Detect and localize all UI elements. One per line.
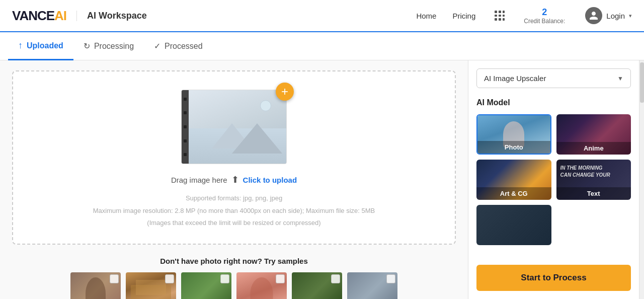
right-panel: AI Image Upscaler ▼ AI Model Photo Anime…	[468, 60, 639, 299]
upload-arrow-icon: ↑	[18, 40, 23, 51]
sample-checkbox-6[interactable]	[386, 274, 395, 283]
sample-item-6[interactable]	[347, 272, 397, 299]
drag-text: Drag image here	[171, 176, 227, 184]
main-content: + Drag image here ⬆ Click to upload Supp…	[0, 60, 644, 299]
check-circle-icon: ✓	[154, 41, 160, 51]
model-card-face[interactable]	[476, 205, 551, 245]
samples-grid	[12, 272, 456, 299]
page-scrollbar[interactable]	[639, 60, 644, 299]
apps-grid-icon[interactable]	[492, 8, 508, 24]
sample-checkbox-1[interactable]	[110, 274, 119, 283]
sample-checkbox-5[interactable]	[331, 274, 340, 283]
click-upload-link[interactable]: Click to upload	[243, 176, 297, 184]
tab-processing-label: Processing	[94, 42, 134, 51]
sample-checkbox-3[interactable]	[220, 274, 229, 283]
model-grid: Photo Anime Art & CG IN THE MORNINGCAN C…	[476, 114, 631, 200]
login-text: Login	[606, 12, 625, 20]
tab-processed[interactable]: ✓ Processed	[144, 32, 213, 60]
add-image-button[interactable]: +	[276, 83, 294, 101]
main-nav: Home Pricing 2 Credit Balance: Login ▾	[416, 7, 632, 25]
left-panel: + Drag image here ⬆ Click to upload Supp…	[0, 60, 468, 299]
model-type-dropdown[interactable]: AI Image Upscaler ▼	[476, 68, 631, 88]
tab-uploaded-label: Uploaded	[27, 41, 63, 50]
model-card-artcg[interactable]: Art & CG	[476, 160, 551, 200]
model-photo-label: Photo	[477, 141, 550, 154]
samples-section: Don't have photo right now? Try samples	[12, 257, 456, 299]
scrollbar-thumb[interactable]	[640, 62, 644, 103]
model-text-label: Text	[556, 187, 631, 200]
model-anime-label: Anime	[556, 142, 631, 155]
sample-item-2[interactable]	[126, 272, 176, 299]
tab-processing[interactable]: ↻ Processing	[73, 32, 144, 60]
upload-text-row: Drag image here ⬆ Click to upload	[171, 174, 297, 185]
resize-note: (Images that exceed the limit will be re…	[93, 217, 375, 230]
sample-item-3[interactable]	[181, 272, 231, 299]
sample-item-1[interactable]	[70, 272, 121, 299]
dropdown-arrow-icon: ▼	[617, 75, 623, 82]
sample-checkbox-2[interactable]	[165, 274, 174, 283]
ai-workspace-label: AI Workspace	[76, 11, 147, 21]
model-artcg-label: Art & CG	[476, 187, 551, 200]
refresh-icon: ↻	[84, 41, 90, 51]
login-button[interactable]: Login ▾	[585, 7, 632, 24]
tabs-bar: ↑ Uploaded ↻ Processing ✓ Processed	[0, 32, 644, 60]
credit-balance: 2 Credit Balance:	[524, 7, 565, 25]
sample-checkbox-4[interactable]	[276, 274, 285, 283]
max-resolution: Maximum image resolution: 2.8 MP (no mor…	[93, 205, 375, 217]
sample-item-5[interactable]	[292, 272, 342, 299]
model-card-photo[interactable]: Photo	[476, 114, 551, 155]
credit-number: 2	[542, 7, 547, 18]
upload-icon: ⬆	[231, 174, 239, 185]
model-card-text[interactable]: IN THE MORNINGCAN CHANGE YOUR Text	[556, 160, 631, 200]
logo-ai: AI	[54, 8, 66, 24]
film-strip	[182, 90, 189, 164]
upload-area[interactable]: + Drag image here ⬆ Click to upload Supp…	[12, 70, 456, 245]
user-icon	[589, 11, 599, 21]
avatar	[585, 7, 602, 24]
logo[interactable]: VANCEAI	[12, 8, 66, 24]
model-grid-row2	[476, 205, 631, 245]
credit-label: Credit Balance:	[524, 18, 565, 25]
samples-title: Don't have photo right now? Try samples	[12, 257, 456, 265]
logo-vance: VANCE	[12, 8, 54, 24]
start-process-button[interactable]: Start to Process	[476, 265, 631, 291]
upload-info: Supported formats: jpg, png, jpeg Maximu…	[93, 192, 375, 230]
model-card-anime[interactable]: Anime	[556, 114, 631, 155]
ai-model-title: AI Model	[476, 98, 631, 107]
upload-image-placeholder	[181, 90, 287, 164]
nav-home[interactable]: Home	[416, 12, 436, 20]
login-chevron-icon: ▾	[629, 13, 632, 19]
tab-processed-label: Processed	[165, 42, 203, 51]
sample-item-4[interactable]	[236, 272, 287, 299]
dropdown-selected-label: AI Image Upscaler	[484, 74, 546, 83]
header: VANCEAI AI Workspace Home Pricing 2 Cred…	[0, 0, 644, 32]
nav-pricing[interactable]: Pricing	[452, 12, 475, 20]
tab-uploaded[interactable]: ↑ Uploaded	[8, 33, 73, 60]
supported-formats: Supported formats: jpg, png, jpeg	[93, 192, 375, 205]
